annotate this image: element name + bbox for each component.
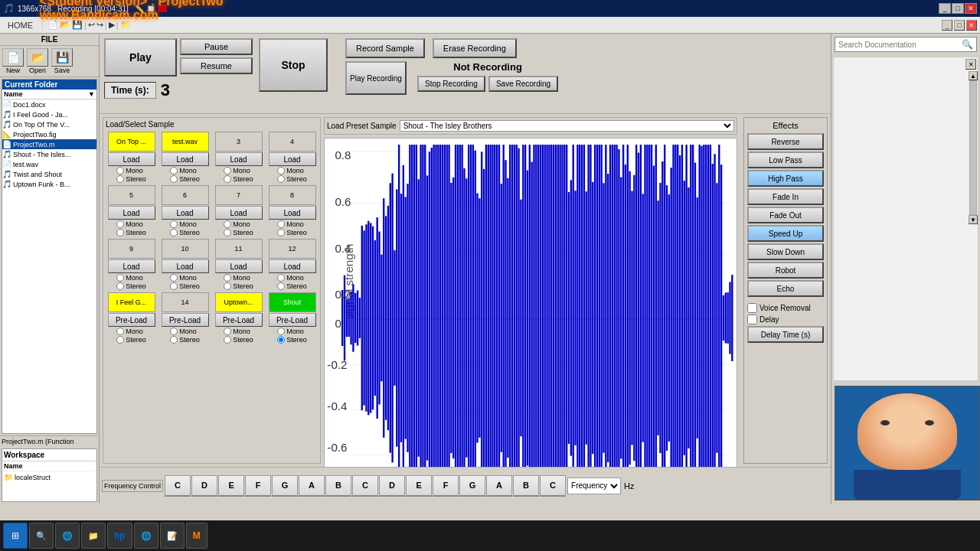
robot-btn[interactable]: Robot [747,262,824,279]
load-btn-3[interactable]: Load [215,152,263,166]
load-btn-12[interactable]: Load [269,259,316,273]
delay-checkbox[interactable] [747,315,757,324]
speed-up-btn[interactable]: Speed Up [747,225,824,242]
load-btn-6[interactable]: Load [162,206,209,220]
folder-item[interactable]: 🎵On Top Of The V... [2,119,96,129]
toolbar-open[interactable]: 📂 [60,20,70,30]
load-btn-11[interactable]: Load [215,259,263,273]
stop-button[interactable]: Stop [259,38,328,92]
pre-load-btn-14[interactable]: Pre-Load [162,313,209,327]
mono-radio-8[interactable]: Mono [277,220,307,228]
toolbar-redo[interactable]: ↪ [96,20,103,30]
folder-item[interactable]: 📄Doc1.docx [2,99,96,109]
freq-key-F1[interactable]: F [245,475,271,497]
folder-item[interactable]: 📄test.wav [2,159,96,169]
freq-key-G2[interactable]: G [459,475,485,497]
folder-item[interactable]: 🎵Shout - The Isles... [2,149,96,159]
panel-minimize[interactable]: _ [942,20,952,31]
slow-down-btn[interactable]: Slow Down [747,243,824,260]
search-input[interactable] [835,38,959,51]
right-scroll-down[interactable]: ▼ [969,215,978,224]
taskbar-search[interactable]: 🔍 [29,523,54,549]
save-btn[interactable]: 💾 Save [51,48,73,74]
close-button[interactable]: ✕ [965,3,977,14]
reverse-btn[interactable]: Reverse [747,133,824,150]
high-pass-btn[interactable]: High Pass [747,170,824,187]
panel-maximize[interactable]: □ [954,20,965,31]
pre-load-btn-16[interactable]: Pre-Load [269,313,316,327]
freq-key-A2[interactable]: A [486,475,512,497]
stereo-radio-14[interactable]: Stereo [170,336,200,344]
freq-key-F2[interactable]: F [433,475,459,497]
freq-key-C2[interactable]: C [352,475,378,497]
load-btn-1[interactable]: Load [108,152,155,166]
load-btn-7[interactable]: Load [215,206,263,220]
stereo-radio-13[interactable]: Stereo [116,336,146,344]
low-pass-btn[interactable]: Low Pass [747,152,824,168]
stereo-radio-6[interactable]: Stereo [170,229,200,236]
stereo-radio-16[interactable]: Stereo [277,336,307,344]
open-btn[interactable]: 📂 Open [27,48,48,74]
taskbar-explorer[interactable]: 📁 [81,523,106,549]
folder-item-selected[interactable]: 📄ProjectTwo.m [2,139,96,149]
freq-key-B2[interactable]: B [513,475,539,497]
stereo-radio-1[interactable]: Stereo [116,175,146,183]
new-btn[interactable]: 📄 New [2,48,24,74]
folder-item[interactable]: 📐ProjectTwo.fig [2,129,96,139]
mono-radio-5[interactable]: Mono [116,220,146,228]
freq-key-B1[interactable]: B [325,475,351,497]
stereo-radio-2[interactable]: Stereo [170,175,200,183]
record-sample-button[interactable]: Record Sample [345,38,425,58]
play-recording-button[interactable]: Play Recording [345,61,407,95]
maximize-button[interactable]: □ [952,3,964,14]
delay-time-btn[interactable]: Delay Time (s) [747,326,824,343]
stereo-radio-5[interactable]: Stereo [116,229,146,236]
freq-dropdown[interactable]: Frequency [567,478,621,494]
load-btn-10[interactable]: Load [162,259,209,273]
mono-radio-6[interactable]: Mono [170,220,200,228]
start-button[interactable]: ⊞ [3,523,28,549]
mono-radio-1[interactable]: Mono [116,167,146,174]
panel-close[interactable]: ✕ [966,20,977,31]
preset-sample-select[interactable]: Shout - The Isley Brothers [400,120,734,132]
voice-removal-checkbox[interactable] [747,303,757,313]
pre-load-btn-13[interactable]: Pre-Load [108,313,155,327]
freq-key-E2[interactable]: E [406,475,432,497]
echo-btn[interactable]: Echo [747,280,824,297]
freq-key-E1[interactable]: E [218,475,244,497]
taskbar-matlab[interactable]: M [186,523,207,549]
toolbar-undo[interactable]: ↩ [88,20,95,30]
right-close-btn[interactable]: ✕ [965,59,976,70]
stereo-radio-12[interactable]: Stereo [277,282,307,290]
fade-in-btn[interactable]: Fade In [747,188,824,205]
pre-load-btn-15[interactable]: Pre-Load [215,313,263,327]
load-btn-2[interactable]: Load [162,152,209,166]
load-btn-9[interactable]: Load [108,259,155,273]
mono-radio-9[interactable]: Mono [116,274,146,282]
stereo-radio-3[interactable]: Stereo [224,175,253,183]
search-icon[interactable]: 🔍 [959,37,976,51]
resume-button[interactable]: Resume [180,57,253,74]
mono-radio-13[interactable]: Mono [116,328,146,335]
toolbar-folder[interactable]: 📁 [120,20,131,30]
folder-item[interactable]: 🎵Twist and Shout [2,169,96,179]
stereo-radio-9[interactable]: Stereo [116,282,146,290]
stereo-radio-10[interactable]: Stereo [170,282,200,290]
load-btn-5[interactable]: Load [108,206,155,220]
taskbar-word[interactable]: 📝 [160,523,185,549]
workspace-item[interactable]: 📁localeStruct [2,471,96,483]
stereo-radio-11[interactable]: Stereo [224,282,253,290]
freq-key-C1[interactable]: C [165,475,191,497]
toolbar-debug[interactable]: ▶ [109,20,115,30]
erase-recording-button[interactable]: Erase Recording [433,38,517,58]
play-button[interactable]: Play [104,38,177,77]
menu-home[interactable]: HOME [3,20,38,31]
mono-radio-2[interactable]: Mono [170,167,200,174]
stereo-radio-7[interactable]: Stereo [224,229,253,236]
minimize-button[interactable]: _ [939,3,951,14]
pause-button[interactable]: Pause [180,38,253,55]
load-btn-8[interactable]: Load [269,206,316,220]
mono-radio-12[interactable]: Mono [277,274,307,282]
freq-key-D2[interactable]: D [379,475,405,497]
load-btn-4[interactable]: Load [269,152,316,166]
